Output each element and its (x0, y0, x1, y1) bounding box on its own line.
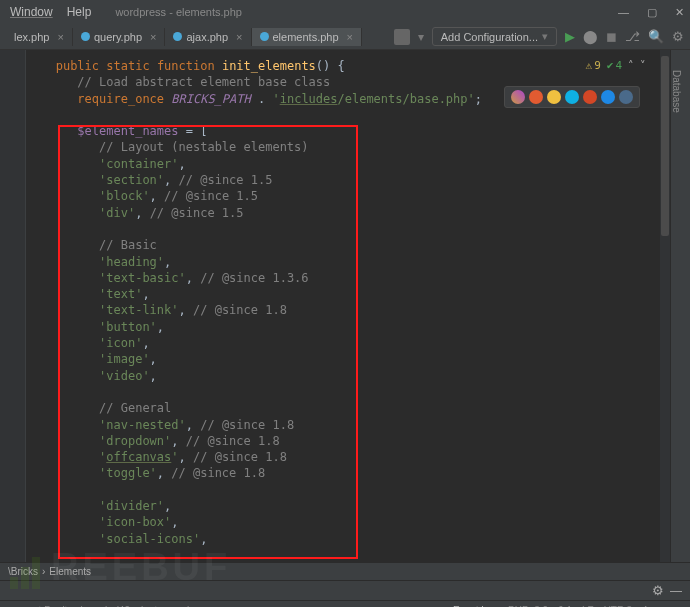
vertical-scrollbar[interactable] (660, 50, 670, 562)
stop-icon[interactable]: ◼ (606, 29, 617, 44)
menu-help[interactable]: Help (63, 3, 96, 21)
run-icon[interactable]: ▶ (565, 29, 575, 44)
php-file-icon (173, 32, 182, 41)
php-file-icon (81, 32, 90, 41)
search-icon[interactable]: 🔍 (648, 29, 664, 44)
menu-window[interactable]: Window (6, 3, 57, 21)
tab-lex-php[interactable]: lex.php× (6, 28, 73, 46)
opera-icon[interactable] (583, 90, 597, 104)
debug-icon[interactable]: ⬤ (583, 29, 598, 44)
breadcrumb-item[interactable]: Elements (49, 566, 91, 577)
editor-tabs-bar: lex.php× query.php× ajax.php× elements.p… (0, 24, 690, 50)
title-bar: Window Help wordpress - elements.php — ▢… (0, 0, 690, 24)
chevron-down-icon[interactable]: ˅ (640, 58, 646, 74)
status-bar: support Don't ask again (42 minutes ago)… (0, 600, 690, 607)
close-icon[interactable]: × (57, 31, 63, 43)
safari-icon[interactable] (565, 90, 579, 104)
maximize-icon[interactable]: ▢ (647, 6, 657, 19)
breadcrumb-item[interactable]: \Bricks (8, 566, 38, 577)
ie-icon[interactable] (619, 90, 633, 104)
close-icon[interactable]: × (347, 31, 353, 43)
tab-query-php[interactable]: query.php× (73, 28, 166, 46)
tool-status-bar: ⚙ — (0, 580, 690, 600)
chrome-icon[interactable] (547, 90, 561, 104)
inspection-widget[interactable]: ⚠9 ✔4 ˄ ˅ (586, 58, 647, 74)
settings-icon[interactable]: ⚙ (652, 583, 664, 598)
close-icon[interactable]: × (236, 31, 242, 43)
right-sidebar: Database (670, 50, 690, 562)
code-editor[interactable]: ⚠9 ✔4 ˄ ˅ public static function init_el… (26, 50, 670, 562)
php-file-icon (260, 32, 269, 41)
git-icon[interactable]: ⎇ (625, 29, 640, 44)
chevron-up-icon[interactable]: ˄ (628, 58, 634, 74)
close-icon[interactable]: ✕ (675, 6, 684, 19)
editor-gutter (0, 50, 26, 562)
tab-elements-php[interactable]: elements.php× (252, 28, 362, 46)
firefox-icon[interactable] (529, 90, 543, 104)
project-title: wordpress - elements.php (115, 6, 242, 18)
browser-icon[interactable] (511, 90, 525, 104)
warning-icon: ⚠9 (586, 58, 601, 74)
tab-ajax-php[interactable]: ajax.php× (165, 28, 251, 46)
user-icon[interactable] (394, 29, 410, 45)
close-icon[interactable]: × (150, 31, 156, 43)
hide-icon[interactable]: — (670, 584, 682, 598)
browser-icons-bar (504, 86, 640, 108)
run-configuration-dropdown[interactable]: Add Configuration...▾ (432, 27, 557, 46)
edge-icon[interactable] (601, 90, 615, 104)
ok-icon: ✔4 (607, 58, 622, 74)
database-tool-tab[interactable]: Database (671, 50, 682, 113)
settings-icon[interactable]: ⚙ (672, 29, 684, 44)
minimize-icon[interactable]: — (618, 6, 629, 18)
breadcrumb-bar: \Bricks › Elements (0, 562, 690, 580)
